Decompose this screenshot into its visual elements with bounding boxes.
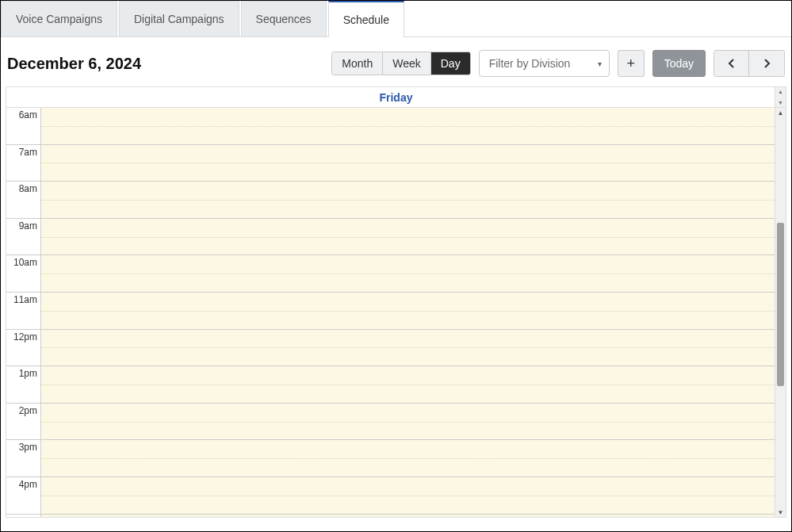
event-slot[interactable] — [41, 293, 786, 330]
event-slot[interactable] — [41, 145, 786, 182]
date-title: December 6, 2024 — [7, 55, 141, 73]
time-label: 10am — [6, 255, 40, 293]
view-day-button[interactable]: Day — [431, 52, 470, 75]
event-slot[interactable] — [41, 404, 786, 441]
tab-schedule[interactable]: Schedule — [328, 1, 404, 37]
vertical-scrollbar[interactable]: ▲ ▼ — [775, 108, 786, 517]
time-label: 3pm — [6, 440, 40, 477]
event-slot[interactable] — [41, 330, 786, 367]
time-label: 9am — [6, 219, 40, 256]
day-header: Friday ▲ ▼ — [6, 87, 786, 108]
chevron-left-icon — [728, 58, 736, 69]
event-slot[interactable] — [41, 477, 786, 515]
tab-bar: Voice Campaigns Digital Campaigns Sequen… — [1, 1, 791, 37]
header-scroll-arrows[interactable]: ▲ ▼ — [775, 87, 786, 107]
view-switch: Month Week Day — [331, 52, 470, 75]
filter-division-select[interactable]: Filter by Division — [479, 50, 610, 77]
event-slot[interactable] — [41, 219, 786, 256]
time-label: 7am — [6, 145, 40, 182]
time-label: 11am — [6, 293, 40, 330]
toolbar: December 6, 2024 Month Week Day Filter b… — [1, 37, 791, 86]
plus-icon: + — [626, 55, 635, 72]
event-slot[interactable] — [41, 255, 786, 293]
time-label: 8am — [6, 182, 40, 219]
day-header-label: Friday — [379, 91, 412, 104]
time-label: 1pm — [6, 366, 40, 404]
time-label: 4pm — [6, 477, 40, 515]
tab-voice-campaigns[interactable]: Voice Campaigns — [1, 1, 117, 36]
calendar-grid: 6am 7am 8am 9am 10am 11am 12pm 1pm 2pm 3… — [6, 108, 786, 518]
view-month-button[interactable]: Month — [332, 52, 383, 75]
event-slot[interactable] — [41, 440, 786, 477]
chevron-right-icon — [763, 58, 771, 69]
scroll-up-icon[interactable]: ▲ — [775, 108, 786, 117]
add-button[interactable]: + — [618, 50, 645, 77]
caret-up-icon: ▲ — [778, 89, 783, 94]
view-week-button[interactable]: Week — [383, 52, 431, 75]
time-label: 2pm — [6, 404, 40, 441]
next-button[interactable] — [749, 51, 784, 76]
time-label: 6am — [6, 108, 40, 145]
nav-arrows — [714, 50, 785, 77]
event-slot[interactable] — [41, 108, 786, 145]
scroll-down-icon[interactable]: ▼ — [775, 507, 786, 517]
event-slot[interactable] — [41, 366, 786, 404]
filter-wrapper: Filter by Division ▾ — [479, 50, 610, 77]
scroll-thumb[interactable] — [777, 223, 784, 387]
tab-digital-campaigns[interactable]: Digital Campaigns — [119, 1, 239, 36]
caret-down-icon: ▼ — [778, 100, 783, 105]
today-button[interactable]: Today — [652, 50, 706, 77]
event-column[interactable] — [41, 108, 786, 518]
calendar: Friday ▲ ▼ 6am 7am 8am 9am 10am 11am 12p… — [6, 86, 786, 518]
prev-button[interactable] — [714, 51, 749, 76]
scroll-track[interactable] — [775, 117, 786, 507]
filter-placeholder: Filter by Division — [489, 57, 571, 70]
event-slot[interactable] — [41, 182, 786, 219]
time-label: 12pm — [6, 330, 40, 367]
time-column: 6am 7am 8am 9am 10am 11am 12pm 1pm 2pm 3… — [6, 108, 41, 518]
tab-sequences[interactable]: Sequences — [241, 1, 327, 36]
